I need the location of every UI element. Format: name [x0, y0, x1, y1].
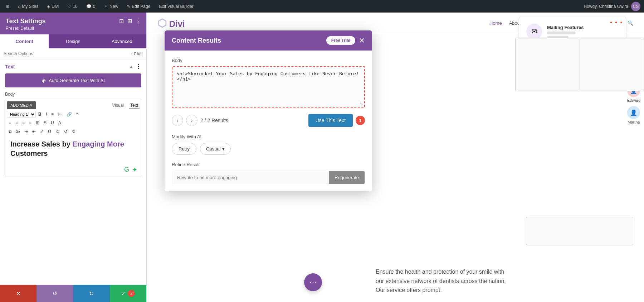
admin-bar-right: Howdy, Christina Gwira CG — [584, 2, 640, 11]
ol-button[interactable]: ≔ — [56, 111, 64, 118]
visual-text-switcher: Visual Text — [111, 102, 140, 109]
main-layout: Text Settings Preset: Default ⊡ ⊞ ⋮ Cont… — [0, 13, 644, 302]
tab-content[interactable]: Content — [0, 34, 49, 48]
visual-text-tabs: ADD MEDIA — [7, 101, 36, 109]
casual-dropdown-button[interactable]: Casual ▾ — [200, 143, 230, 155]
comment-count[interactable]: ♡ 10 — [65, 3, 79, 10]
align-left-button[interactable]: ≡ — [7, 119, 13, 126]
results-nav: ‹ › 2 / 2 Results Use This Text 1 — [172, 114, 365, 127]
next-result-button[interactable]: › — [186, 115, 197, 126]
my-sites-menu[interactable]: ⌂ My Sites — [16, 3, 40, 10]
copy-button[interactable]: ⧉ — [7, 128, 14, 135]
refine-row: Regenerate — [172, 171, 365, 184]
add-media-button[interactable]: ADD MEDIA — [7, 101, 36, 109]
discard-button[interactable]: ✕ — [0, 285, 36, 302]
bold-button[interactable]: B — [36, 111, 43, 118]
tab-design[interactable]: Design — [49, 34, 97, 48]
retry-button[interactable]: Retry — [172, 143, 196, 155]
align-justify-button[interactable]: ≡ — [27, 119, 33, 126]
undo-editor-button[interactable]: ↺ — [62, 128, 69, 135]
toolbar-row-top: ADD MEDIA Visual Text — [7, 101, 140, 110]
sidebar-tabs: Content Design Advanced — [0, 34, 146, 48]
body-textarea[interactable]: <h1>Skyrocket Your Sales by Engaging Cus… — [172, 67, 364, 106]
italic-button[interactable]: I — [44, 111, 49, 118]
outdent-button[interactable]: ⇤ — [30, 128, 38, 135]
fullscreen-button[interactable]: ⤢ — [38, 128, 45, 135]
toolbar-row-extra: ⧉ x₂ ⇥ ⇤ ⤢ Ω ☺ ↺ ↻ — [7, 127, 140, 136]
strikethrough-button[interactable]: S — [42, 119, 48, 126]
color-button[interactable]: A — [57, 119, 63, 126]
use-this-text-button[interactable]: Use This Text — [308, 114, 353, 127]
grammarly-icon[interactable]: G — [124, 166, 129, 174]
emoji-button[interactable]: ☺ — [54, 128, 62, 135]
dialog-title: Content Results — [172, 37, 221, 44]
filter-button[interactable]: + Filter — [131, 52, 143, 56]
exit-visual-builder-btn[interactable]: Exit Visual Builder — [157, 3, 196, 10]
link-button[interactable]: 🔗 — [65, 111, 74, 118]
wordpress-icon[interactable]: ⊕ — [4, 3, 11, 10]
dialog-header-right: Free Trial ✕ — [326, 36, 365, 45]
underline-button[interactable]: U — [49, 119, 56, 126]
save-button[interactable]: ✓ 2 — [110, 285, 146, 302]
text-tab[interactable]: Text — [129, 102, 140, 109]
visual-tab[interactable]: Visual — [111, 102, 125, 109]
free-trial-badge[interactable]: Free Trial — [326, 36, 355, 45]
undo-button[interactable]: ↺ — [36, 285, 73, 302]
refine-section: Refine Result Regenerate — [172, 162, 365, 184]
grid-icon[interactable]: ⊞ — [127, 18, 132, 24]
refine-input[interactable] — [172, 171, 329, 184]
save-badge: 2 — [128, 290, 135, 297]
dialog-overlay: Content Results Free Trial ✕ Body <h1>Sk… — [147, 13, 644, 302]
quote-button[interactable]: ❝ — [74, 111, 80, 118]
table-button[interactable]: ⊞ — [34, 119, 41, 126]
results-nav-left: ‹ › 2 / 2 Results — [172, 115, 228, 126]
section-menu-icon[interactable]: ⋮ — [136, 63, 141, 70]
redo-button[interactable]: ↻ — [73, 285, 110, 302]
bottom-bar: ✕ ↺ ↻ ✓ 2 — [0, 285, 146, 302]
heading-select[interactable]: Heading 1 — [7, 111, 36, 118]
section-controls: ▲ ⋮ — [129, 63, 141, 70]
admin-bar: ⊕ ⌂ My Sites ◈ Divi ♡ 10 💬 0 ＋ New ✎ Edi… — [0, 0, 644, 13]
close-button[interactable]: ✕ — [359, 37, 365, 44]
results-count: 2 / 2 Results — [200, 118, 228, 123]
expand-icon[interactable]: ⊡ — [119, 18, 124, 24]
sub-button[interactable]: x₂ — [14, 128, 22, 135]
tab-advanced[interactable]: Advanced — [98, 34, 146, 48]
more-options-icon[interactable]: ⋮ — [136, 18, 141, 24]
special-char-button[interactable]: Ω — [46, 128, 53, 135]
indent-button[interactable]: ⇥ — [23, 128, 30, 135]
sidebar-preset: Preset: Default — [6, 26, 141, 31]
chevron-down-icon: ▾ — [222, 146, 225, 152]
results-badge: 1 — [356, 116, 365, 125]
sidebar: Text Settings Preset: Default ⊡ ⊞ ⋮ Cont… — [0, 13, 147, 302]
new-menu[interactable]: ＋ New — [102, 2, 120, 11]
editor-content[interactable]: Increase Sales by Engaging MoreCustomers — [7, 136, 140, 164]
regenerate-button[interactable]: Regenerate — [329, 171, 365, 184]
align-center-button[interactable]: ≡ — [14, 119, 20, 126]
divi-menu[interactable]: ◈ Divi — [45, 3, 61, 10]
redo-editor-button[interactable]: ↻ — [70, 128, 77, 135]
sidebar-search: + Filter — [0, 48, 146, 59]
collapse-icon[interactable]: ▲ — [129, 64, 133, 69]
toolbar-row-format: Heading 1 B I ≡ ≔ 🔗 ❝ — [7, 110, 140, 119]
align-right-button[interactable]: ≡ — [20, 119, 26, 126]
body-field-label: Body — [172, 58, 365, 63]
auto-generate-ai-button[interactable]: ◈ Auto Generate Text With AI — [5, 73, 141, 87]
modify-section: Modify With AI Retry Casual ▾ — [172, 134, 365, 155]
section-title: Text — [5, 64, 15, 69]
edit-page-btn[interactable]: ✎ Edit Page — [125, 3, 152, 10]
use-text-wrapper: Use This Text 1 — [308, 114, 365, 127]
refine-label: Refine Result — [172, 162, 365, 167]
editor-footer: G ✦ — [7, 164, 140, 175]
prev-result-button[interactable]: ‹ — [172, 115, 183, 126]
ul-button[interactable]: ≡ — [49, 111, 55, 118]
search-input[interactable] — [4, 51, 128, 56]
section-header: Text ▲ ⋮ — [5, 63, 141, 70]
user-avatar: CG — [631, 2, 640, 11]
sidebar-header: Text Settings Preset: Default ⊡ ⊞ ⋮ — [0, 13, 146, 34]
resize-handle[interactable]: ⤡ — [360, 101, 363, 106]
editor-toolbar: ADD MEDIA Visual Text Heading 1 B I ≡ — [5, 99, 141, 177]
sidebar-header-wrapper: Text Settings Preset: Default ⊡ ⊞ ⋮ Cont… — [0, 13, 146, 48]
writing-assistant-icon[interactable]: ✦ — [132, 166, 137, 174]
comments-menu[interactable]: 💬 0 — [84, 3, 98, 10]
